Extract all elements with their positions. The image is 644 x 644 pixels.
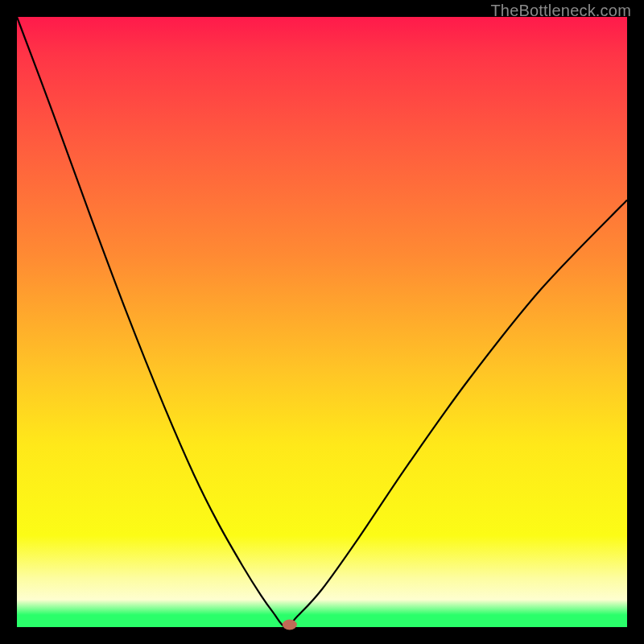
- watermark-text: TheBottleneck.com: [490, 2, 631, 20]
- chart-container: TheBottleneck.com: [0, 0, 644, 644]
- optimum-marker: [283, 620, 297, 630]
- curve-svg: [17, 17, 627, 627]
- bottleneck-curve: [17, 17, 627, 627]
- plot-area: [17, 17, 627, 627]
